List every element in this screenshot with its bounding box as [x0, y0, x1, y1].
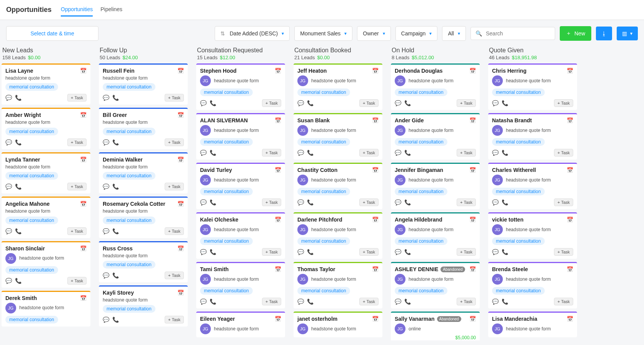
- calendar-add-icon[interactable]: 📅: [177, 245, 184, 252]
- calendar-add-icon[interactable]: 📅: [177, 201, 184, 207]
- phone-icon[interactable]: 📞: [307, 150, 314, 156]
- calendar-add-icon[interactable]: 📅: [372, 68, 379, 74]
- phone-icon[interactable]: 📞: [210, 249, 216, 255]
- add-task-button[interactable]: + Task: [554, 198, 573, 206]
- calendar-add-icon[interactable]: 📅: [372, 316, 379, 322]
- campaign-tag[interactable]: memorial consultation: [492, 138, 545, 146]
- calendar-add-icon[interactable]: 📅: [372, 266, 379, 272]
- chat-icon[interactable]: 💬: [103, 228, 109, 234]
- pipeline-dropdown[interactable]: Monument Sales ▾: [294, 26, 352, 41]
- chat-icon[interactable]: 💬: [395, 100, 401, 106]
- campaign-tag[interactable]: memorial consultation: [492, 188, 545, 195]
- phone-icon[interactable]: 📞: [307, 199, 314, 205]
- chat-icon[interactable]: 💬: [297, 199, 304, 205]
- phone-icon[interactable]: 📞: [210, 100, 216, 106]
- campaign-tag[interactable]: memorial consultation: [5, 128, 58, 135]
- chat-icon[interactable]: 💬: [492, 100, 499, 106]
- add-task-button[interactable]: + Task: [165, 183, 184, 190]
- add-task-button[interactable]: + Task: [67, 183, 87, 190]
- calendar-add-icon[interactable]: 📅: [469, 316, 476, 322]
- chat-icon[interactable]: 💬: [103, 95, 109, 101]
- calendar-add-icon[interactable]: 📅: [275, 167, 281, 173]
- chat-icon[interactable]: 💬: [297, 100, 304, 106]
- opportunity-card[interactable]: ASHLEY DENNIEAbandoned📅JGheadstone quote…: [391, 262, 480, 308]
- phone-icon[interactable]: 📞: [502, 150, 508, 156]
- opportunity-card[interactable]: Stephen Hood📅JGheadstone quote formmemor…: [196, 63, 285, 110]
- calendar-add-icon[interactable]: 📅: [567, 316, 573, 322]
- tab-pipelines[interactable]: Pipelines: [100, 3, 122, 17]
- add-task-button[interactable]: + Task: [165, 138, 184, 146]
- opportunity-card[interactable]: Chris Herring📅JGheadstone quote formmemo…: [488, 63, 577, 110]
- chat-icon[interactable]: 💬: [492, 150, 499, 156]
- phone-icon[interactable]: 📞: [307, 298, 314, 305]
- phone-icon[interactable]: 📞: [502, 100, 508, 106]
- add-task-button[interactable]: + Task: [359, 99, 379, 107]
- add-task-button[interactable]: + Task: [457, 248, 476, 256]
- add-task-button[interactable]: + Task: [457, 298, 476, 305]
- calendar-add-icon[interactable]: 📅: [275, 316, 281, 322]
- campaign-tag[interactable]: memorial consultation: [5, 172, 58, 180]
- add-task-button[interactable]: + Task: [554, 248, 573, 256]
- download-button[interactable]: ⭳: [596, 27, 612, 40]
- opportunity-card[interactable]: Kalei Olcheske📅JGheadstone quote formmem…: [196, 212, 285, 259]
- chat-icon[interactable]: 💬: [200, 249, 207, 255]
- sort-dropdown[interactable]: ⇅ Date Added (DESC) ▾: [215, 26, 290, 41]
- campaign-tag[interactable]: memorial consultation: [395, 237, 447, 245]
- add-task-button[interactable]: + Task: [554, 149, 573, 157]
- layout-button[interactable]: ▥ ▾: [617, 27, 638, 40]
- add-task-button[interactable]: + Task: [67, 277, 87, 285]
- chat-icon[interactable]: 💬: [103, 272, 109, 278]
- calendar-add-icon[interactable]: 📅: [275, 68, 281, 74]
- campaign-tag[interactable]: memorial consultation: [5, 266, 58, 274]
- calendar-add-icon[interactable]: 📅: [567, 217, 573, 223]
- opportunity-card[interactable]: Chastity Cotton📅JGheadstone quote formme…: [294, 163, 382, 209]
- opportunity-card[interactable]: Derek Smith📅JGheadstone quote formmemori…: [2, 291, 90, 327]
- opportunity-card[interactable]: Susan Blank📅JGheadstone quote formmemori…: [294, 113, 382, 160]
- chat-icon[interactable]: 💬: [200, 100, 207, 106]
- campaign-tag[interactable]: memorial consultation: [200, 88, 253, 96]
- campaign-tag[interactable]: memorial consultation: [297, 237, 350, 245]
- opportunity-card[interactable]: Thomas Taylor📅JGheadstone quote formmemo…: [294, 262, 382, 308]
- campaign-tag[interactable]: memorial consultation: [492, 88, 545, 96]
- calendar-add-icon[interactable]: 📅: [80, 201, 87, 207]
- campaign-tag[interactable]: memorial consultation: [297, 138, 350, 146]
- campaign-tag[interactable]: memorial consultation: [103, 305, 155, 313]
- campaign-tag[interactable]: memorial consultation: [395, 287, 447, 295]
- chat-icon[interactable]: 💬: [103, 139, 109, 145]
- calendar-add-icon[interactable]: 📅: [469, 266, 476, 272]
- calendar-add-icon[interactable]: 📅: [275, 266, 281, 272]
- campaign-tag[interactable]: memorial consultation: [103, 217, 155, 224]
- campaign-tag[interactable]: memorial consultation: [492, 237, 545, 245]
- opportunity-card[interactable]: Sharon Sinclair📅JGheadstone quote formme…: [2, 241, 90, 288]
- campaign-tag[interactable]: memorial consultation: [200, 287, 253, 295]
- campaign-tag[interactable]: memorial consultation: [297, 287, 350, 295]
- calendar-add-icon[interactable]: 📅: [80, 112, 87, 118]
- add-task-button[interactable]: + Task: [67, 138, 87, 146]
- opportunity-card[interactable]: Tami Smith📅JGheadstone quote formmemoria…: [196, 262, 285, 308]
- chat-icon[interactable]: 💬: [5, 95, 12, 101]
- campaign-tag[interactable]: memorial consultation: [103, 128, 155, 135]
- campaign-tag[interactable]: memorial consultation: [200, 138, 253, 146]
- calendar-add-icon[interactable]: 📅: [275, 217, 281, 223]
- campaign-tag[interactable]: memorial consultation: [103, 261, 155, 268]
- chat-icon[interactable]: 💬: [492, 298, 499, 305]
- chat-icon[interactable]: 💬: [492, 199, 499, 205]
- opportunity-card[interactable]: David Turley📅JGheadstone quote formmemor…: [196, 163, 285, 209]
- add-task-button[interactable]: + Task: [554, 298, 573, 305]
- add-task-button[interactable]: + Task: [359, 298, 379, 305]
- campaign-tag[interactable]: memorial consultation: [395, 188, 447, 195]
- opportunity-card[interactable]: Russell Fein📅headstone quote formmemoria…: [99, 63, 188, 105]
- chat-icon[interactable]: 💬: [5, 183, 12, 190]
- add-task-button[interactable]: + Task: [262, 298, 281, 305]
- chat-icon[interactable]: 💬: [5, 139, 12, 145]
- chat-icon[interactable]: 💬: [103, 317, 109, 323]
- campaign-tag[interactable]: memorial consultation: [492, 287, 545, 295]
- calendar-add-icon[interactable]: 📅: [567, 68, 573, 74]
- add-task-button[interactable]: + Task: [359, 198, 379, 206]
- opportunity-card[interactable]: Kayli Storey📅headstone quote formmemoria…: [99, 285, 188, 327]
- add-task-button[interactable]: + Task: [554, 99, 573, 107]
- add-task-button[interactable]: + Task: [457, 198, 476, 206]
- campaign-tag[interactable]: memorial consultation: [395, 88, 447, 96]
- calendar-add-icon[interactable]: 📅: [469, 167, 476, 173]
- phone-icon[interactable]: 📞: [502, 249, 508, 255]
